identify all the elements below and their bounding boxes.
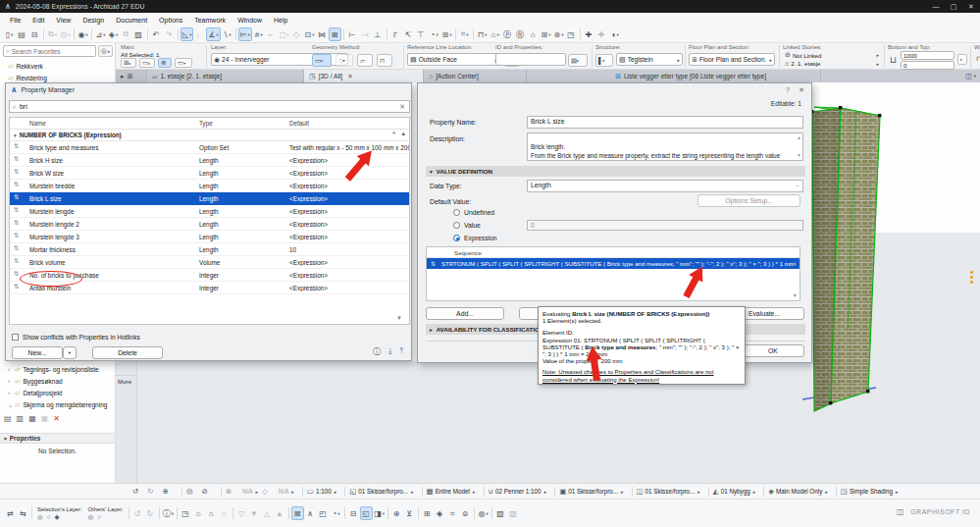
toolbar-icon[interactable]: ◻ ▾ [278,27,290,41]
value-definition-section[interactable]: ▾ VALUE DEFINITION [426,166,805,177]
linked-bottom-row[interactable]: ⌂ 2. 1. etasje ▸ [783,60,881,67]
table-row[interactable]: ⇅ Murstein lengde 2 Length <Expression> [10,218,409,231]
toolbar-icon[interactable]: Ⓟ [501,27,514,41]
navigator-item[interactable]: › ▱ Tegnings- og revisjonsliste [0,363,115,375]
drag-handle-icon[interactable]: ⇅ [14,244,19,252]
toolbar-icon[interactable] [91,28,92,40]
statusbar-item[interactable]: ◇ [262,487,273,496]
id-input[interactable] [495,53,566,66]
toolbar-icon[interactable]: ⊟ [347,506,360,520]
drag-handle-icon[interactable]: ⇅ [14,232,19,239]
radio-undefined[interactable]: Undefined [453,209,494,216]
table-row[interactable]: ⇅ Murstein lengde 3 Length <Expression> [10,231,409,243]
toolbar-icon[interactable]: ⊥ [372,27,385,41]
toolbar-icon[interactable]: Ⓡ [514,27,527,41]
toolbar-icon[interactable]: ▼ [248,506,261,520]
drag-handle-icon[interactable]: ⇅ [14,206,19,214]
navigator-item[interactable]: › ▱ Detaljprosjekt [0,387,115,398]
scroll-down-icon[interactable]: ▼ [797,152,801,158]
statusbar-item[interactable] [554,487,555,497]
toolbar-icon[interactable]: ⊨ ▾ [238,27,252,41]
layer-show-icon[interactable]: ◎ [37,513,43,521]
toolbar-icon[interactable]: ⊞ ▾ [540,27,552,41]
menu-item[interactable]: View [50,17,77,24]
table-row[interactable]: ⇅ Brick type and measures Option Set Tes… [10,141,409,154]
menu-item[interactable]: Design [77,17,110,24]
menu-item[interactable]: Help [268,17,293,24]
maximize-button[interactable]: ▢ [945,0,962,13]
scroll-down-icon[interactable]: ▼ [793,292,798,298]
menu-item[interactable]: File [4,17,26,24]
toolbar-icon[interactable]: ✚ [595,27,608,41]
toolbar-icon[interactable]: ⌂ [218,506,231,520]
toolbar-icon[interactable]: ⊠ [291,506,304,520]
floorplan-selector[interactable]: ≣ Floor Plan and Section... ▸ [689,53,775,66]
toolbar-icon[interactable]: ⇆ [17,506,29,520]
statusbar-item[interactable] [181,487,182,497]
statusbar-item[interactable]: ◫ 01 Skisse/forpro... ▸ [637,487,700,496]
statusbar-item[interactable]: ⊘ [201,487,212,496]
toolbar-icon[interactable]: ↻ [144,506,157,520]
toolbar-icon[interactable]: ✚ [583,27,595,41]
toolbar-icon[interactable]: ⊡ ▾ [303,27,316,41]
refline-selector[interactable]: ▤ Outside Face ▸ [407,53,500,66]
selected-brick-wall[interactable] [802,94,893,418]
export-icon[interactable]: ⤒ [399,346,403,357]
menu-item[interactable]: Teamwork [188,17,232,24]
marquee-tool-button[interactable]: ▭▸ [139,58,155,68]
properties-panel-header[interactable]: ▾ Properties [0,433,115,444]
tab-overflow[interactable]: ◫ ▾ [965,70,980,82]
property-group-row[interactable]: ▾ NUMBER OF BRICKS (Expression) + ▴ [10,130,409,141]
toolbar-icon[interactable] [473,28,474,40]
toolbar-icon[interactable]: ◉ ▾ [77,27,89,41]
ok-button[interactable]: OK [742,344,804,357]
favorites-settings-button[interactable]: ◎ ▸ [98,45,113,57]
toolbar-icon[interactable] [387,507,388,519]
toolbar-icon[interactable]: ⌂ ▾ [489,27,501,41]
toolbar-icon[interactable] [177,507,178,519]
layer-lock-icon[interactable]: ○ [97,513,101,521]
toolbar-icon[interactable]: ◔ ▾ [330,506,342,520]
property-name-field[interactable]: Brick L size [527,116,803,129]
structure-selector[interactable]: ▨ Teglstein ▸ [616,53,683,66]
statusbar-item[interactable]: ▭ 1:100 ▸ [307,487,336,496]
statusbar-item[interactable]: ◳ Simple Shading ▸ [841,487,899,496]
table-row[interactable]: ⇅ Antall murstein Integer <Expression> [10,282,409,294]
table-row[interactable]: ⇅ Brick W size Length <Expression> [10,167,409,180]
toolbar-icon[interactable]: ⋈ [316,27,329,41]
toolbar-icon[interactable]: ⊣ [359,27,372,41]
toolbar-icon[interactable]: ⓘ ▾ [162,506,175,520]
toolbar-icon[interactable]: △ [261,506,274,520]
tab-close-icon[interactable]: ✕ [347,73,352,80]
statusbar-item[interactable] [422,487,423,497]
properties-button[interactable]: ▤▸ [568,54,588,67]
delete-button[interactable]: Delete [92,346,163,359]
drag-handle-icon[interactable]: ⇅ [14,270,19,278]
toolbar-icon[interactable]: ⊞ ▾ [440,27,453,41]
minimize-button[interactable]: — [927,0,945,13]
toolbar-icon[interactable]: ⊛ ▾ [552,27,565,41]
table-row[interactable]: ⇅ Murstein bredde Length <Expression> [10,180,409,192]
add-button[interactable]: Add... [426,307,504,320]
top-offset-input[interactable]: 1000 [901,51,954,60]
toolbar-icon[interactable] [344,507,345,519]
toolbar-icon[interactable]: Γ [389,27,402,41]
table-row[interactable]: ⇅ Brick H size Length <Expression> [10,154,409,167]
graphisoft-id-badge[interactable]: ◫ GRAPHISOFT ID [897,507,970,516]
drag-handle-icon[interactable]: ⇅ [431,260,436,267]
add-property-icon[interactable]: + [391,130,395,137]
toolbar-icon[interactable]: ◍ ▾ [477,506,490,520]
toolbar-icon[interactable]: ⧉ ▾ [46,27,59,41]
toolbar-icon[interactable]: ◇ [290,27,303,41]
bottom-offset-input[interactable]: 0 [901,61,954,70]
clone-folder-icon[interactable]: ▦ [28,414,36,423]
viewport-handle-dots[interactable] [970,271,974,284]
bottomtop-expand-button[interactable]: ▸ [957,54,967,65]
toolbar-icon[interactable]: ↺ [131,506,144,520]
toolbar-icon[interactable] [418,507,419,519]
column-default[interactable]: Default [289,120,309,127]
drag-handle-icon[interactable]: ⇅ [14,168,19,176]
toolbar-icon[interactable]: ∟ [193,27,206,41]
toolbar-icon[interactable] [235,28,236,40]
toolbar-icon[interactable] [474,507,475,519]
